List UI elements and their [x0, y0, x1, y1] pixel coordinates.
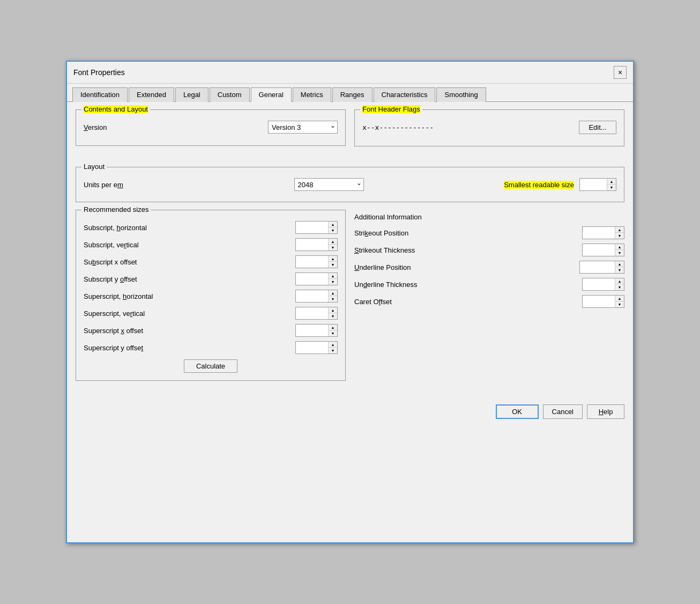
subscript-vertical-spin-up[interactable]: ▲	[329, 239, 337, 245]
tab-ranges[interactable]: Ranges	[332, 87, 373, 102]
contents-layout-box: Contents and Layout Version Version 1 Ve…	[76, 109, 346, 146]
superscript-x-offset-input[interactable]: 0	[296, 325, 328, 336]
strikeout-thickness-spin-down[interactable]: ▼	[615, 250, 624, 256]
strikeout-position-input[interactable]: 530	[583, 227, 615, 239]
subscript-x-offset-input[interactable]: 0	[296, 256, 328, 268]
close-button[interactable]: ×	[614, 66, 627, 79]
ok-button[interactable]: OK	[496, 404, 539, 419]
recommended-sizes-fields: Subscript, horizontal 1434 ▲ ▼ Subscript…	[84, 221, 338, 373]
help-button[interactable]: Help	[587, 404, 624, 419]
superscript-horizontal-spinbox: 1434 ▲ ▼	[295, 290, 338, 303]
superscript-vertical-spinbox: 1331 ▲ ▼	[295, 307, 338, 320]
tab-characteristics[interactable]: Characteristics	[374, 87, 436, 102]
strikeout-position-spin-up[interactable]: ▲	[615, 227, 624, 233]
smallest-readable-spin-down[interactable]: ▼	[607, 185, 616, 190]
smallest-readable-input[interactable]: 9	[580, 179, 607, 190]
underline-position-spin-down[interactable]: ▼	[615, 267, 624, 273]
underline-position-spin-up[interactable]: ▲	[615, 261, 624, 267]
underline-position-row: Underline Position -217 ▲ ▼	[354, 261, 624, 274]
strikeout-thickness-spin-up[interactable]: ▲	[615, 244, 624, 250]
superscript-x-offset-spin-down[interactable]: ▼	[329, 330, 337, 336]
superscript-x-offset-spin-up[interactable]: ▲	[329, 325, 337, 330]
underline-position-label: Underline Position	[354, 263, 579, 271]
superscript-horizontal-spin-up[interactable]: ▲	[329, 290, 337, 296]
subscript-horizontal-input[interactable]: 1434	[296, 222, 328, 233]
tab-general[interactable]: General	[251, 87, 292, 102]
font-properties-dialog: Font Properties × Identification Extende…	[66, 61, 634, 543]
subscript-horizontal-spinbox: 1434 ▲ ▼	[295, 221, 338, 234]
caret-offset-spin-up[interactable]: ▲	[615, 296, 624, 301]
version-row: Version Version 1 Version 2 Version 3 Ve…	[84, 121, 338, 134]
tabs-bar: Identification Extended Legal Custom Gen…	[67, 84, 633, 102]
subscript-x-offset-spin-down[interactable]: ▼	[329, 262, 337, 268]
subscript-y-offset-spinbox: 283 ▲ ▼	[295, 272, 338, 285]
units-select[interactable]: 512 1000 1024 2048	[294, 178, 364, 191]
superscript-vertical-spin-up[interactable]: ▲	[329, 307, 337, 313]
additional-info-header: Additional Information	[354, 213, 624, 221]
subscript-vertical-input[interactable]: 1331	[296, 239, 328, 251]
subscript-x-offset-spin-up[interactable]: ▲	[329, 256, 337, 262]
superscript-y-offset-label: Superscript y offset	[84, 344, 295, 352]
caret-offset-spin-down[interactable]: ▼	[615, 301, 624, 307]
superscript-horizontal-input[interactable]: 1434	[296, 290, 328, 302]
strikeout-thickness-row: Strikeout Thickness 102 ▲ ▼	[354, 244, 624, 256]
subscript-y-offset-spin-down[interactable]: ▼	[329, 279, 337, 285]
subscript-y-offset-spin-up[interactable]: ▲	[329, 273, 337, 279]
contents-layout-section: Contents and Layout Version Version 1 Ve…	[76, 109, 346, 154]
units-per-em-row: Units per em 512 1000 1024 2048 Smallest…	[84, 178, 616, 191]
strikeout-thickness-spinbox: 102 ▲ ▼	[582, 244, 624, 256]
tab-extended[interactable]: Extended	[129, 87, 174, 102]
tab-custom[interactable]: Custom	[210, 87, 250, 102]
underline-position-spinbox: -217 ▲ ▼	[579, 261, 624, 274]
contents-layout-label: Contents and Layout	[81, 105, 150, 113]
caret-offset-input[interactable]: 0	[583, 296, 615, 307]
underline-thickness-spin-down[interactable]: ▼	[615, 284, 624, 290]
layout-section: Layout Units per em 512 1000 1024 2048 S…	[76, 167, 624, 202]
units-per-em-label: Units per em	[84, 181, 294, 189]
version-select[interactable]: Version 1 Version 2 Version 3 Version 4	[268, 121, 338, 134]
tab-identification[interactable]: Identification	[72, 87, 128, 102]
recommended-sizes-label: Recommended sizes	[81, 205, 151, 213]
cancel-button[interactable]: Cancel	[543, 404, 583, 419]
subscript-y-offset-row: Subscript y offset 283 ▲ ▼	[84, 272, 338, 285]
font-header-flags-label: Font Header Flags	[360, 105, 422, 113]
superscript-vertical-input[interactable]: 1331	[296, 307, 328, 319]
subscript-horizontal-spin-up[interactable]: ▲	[329, 222, 337, 227]
tab-legal[interactable]: Legal	[175, 87, 208, 102]
subscript-vertical-spinbox: 1331 ▲ ▼	[295, 238, 338, 251]
superscript-y-offset-spin-up[interactable]: ▲	[329, 342, 337, 348]
subscript-horizontal-row: Subscript, horizontal 1434 ▲ ▼	[84, 221, 338, 234]
subscript-horizontal-spin-down[interactable]: ▼	[329, 227, 337, 233]
subscript-horizontal-label: Subscript, horizontal	[84, 224, 295, 232]
underline-thickness-input[interactable]: 150	[583, 278, 615, 290]
additional-info-container: Additional Information Strikeout Positio…	[354, 210, 624, 308]
layout-label: Layout	[81, 163, 107, 171]
strikeout-position-spin-down[interactable]: ▼	[615, 233, 624, 239]
superscript-x-offset-spinbox: 0 ▲ ▼	[295, 324, 338, 337]
subscript-vertical-spin-down[interactable]: ▼	[329, 245, 337, 251]
tab-smoothing[interactable]: Smoothing	[436, 87, 486, 102]
superscript-y-offset-spin-down[interactable]: ▼	[329, 348, 337, 353]
underline-thickness-spinbox: 150 ▲ ▼	[582, 278, 624, 291]
underline-thickness-row: Underline Thickness 150 ▲ ▼	[354, 278, 624, 291]
caret-offset-label: Caret Offset	[354, 298, 582, 306]
top-sections: Contents and Layout Version Version 1 Ve…	[76, 109, 624, 154]
superscript-horizontal-spin-down[interactable]: ▼	[329, 296, 337, 302]
underline-thickness-spin-up[interactable]: ▲	[615, 278, 624, 284]
tab-metrics[interactable]: Metrics	[293, 87, 331, 102]
superscript-y-offset-input[interactable]: 977	[296, 342, 328, 353]
strikeout-position-label: Strikeout Position	[354, 229, 582, 237]
underline-position-input[interactable]: -217	[580, 261, 615, 273]
strikeout-thickness-label: Strikeout Thickness	[354, 246, 582, 254]
superscript-vertical-spin-down[interactable]: ▼	[329, 313, 337, 319]
subscript-y-offset-input[interactable]: 283	[296, 273, 328, 285]
calculate-button[interactable]: Calculate	[184, 359, 237, 373]
superscript-horizontal-row: Superscript, horizontal 1434 ▲ ▼	[84, 290, 338, 303]
caret-offset-spinbox: 0 ▲ ▼	[582, 295, 624, 308]
subscript-x-offset-row: Subscript x offset 0 ▲ ▼	[84, 255, 338, 268]
edit-flags-button[interactable]: Edit...	[579, 121, 616, 134]
superscript-vertical-row: Superscript, vertical 1331 ▲ ▼	[84, 307, 338, 320]
strikeout-thickness-input[interactable]: 102	[583, 244, 615, 256]
version-select-wrapper: Version 1 Version 2 Version 3 Version 4	[268, 121, 338, 134]
smallest-readable-spin-up[interactable]: ▲	[607, 179, 616, 185]
